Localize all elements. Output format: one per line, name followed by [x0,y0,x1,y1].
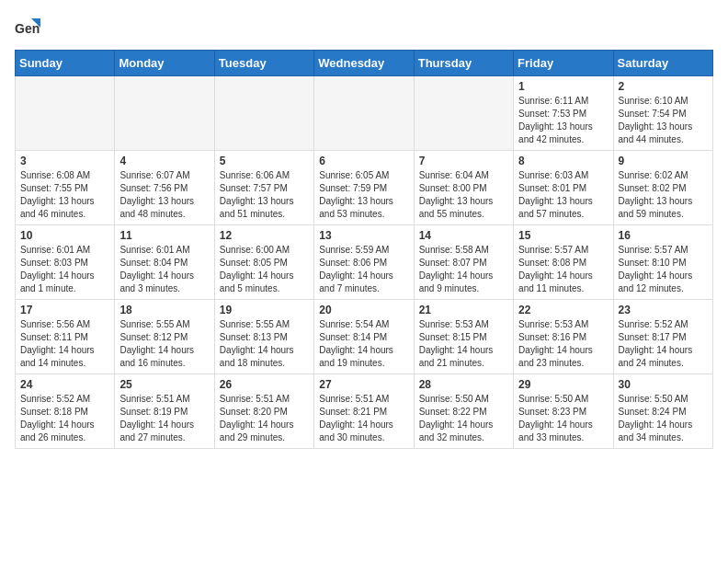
day-info: Sunrise: 5:57 AM Sunset: 8:10 PM Dayligh… [619,244,708,295]
calendar-table: SundayMondayTuesdayWednesdayThursdayFrid… [15,50,713,449]
day-number: 14 [419,229,508,242]
day-info: Sunrise: 6:01 AM Sunset: 8:03 PM Dayligh… [20,244,109,295]
calendar-cell [414,76,513,151]
day-info: Sunrise: 6:06 AM Sunset: 7:57 PM Dayligh… [220,169,309,221]
day-number: 8 [518,155,608,167]
day-number: 9 [619,155,708,167]
day-number: 12 [220,229,309,242]
day-number: 15 [518,229,608,242]
calendar-cell: 17Sunrise: 5:56 AM Sunset: 8:11 PM Dayli… [16,300,115,374]
day-number: 11 [119,229,209,242]
calendar-cell: 19Sunrise: 5:55 AM Sunset: 8:13 PM Dayli… [214,300,313,374]
calendar-cell: 2Sunrise: 6:10 AM Sunset: 7:54 PM Daylig… [613,76,712,151]
day-number: 5 [220,155,309,167]
day-info: Sunrise: 6:00 AM Sunset: 8:05 PM Dayligh… [220,244,309,295]
day-info: Sunrise: 5:57 AM Sunset: 8:08 PM Dayligh… [518,244,608,295]
day-number: 10 [20,229,109,242]
day-info: Sunrise: 5:50 AM Sunset: 8:22 PM Dayligh… [419,393,508,444]
calendar-cell: 16Sunrise: 5:57 AM Sunset: 8:10 PM Dayli… [613,225,712,300]
day-info: Sunrise: 6:11 AM Sunset: 7:53 PM Dayligh… [518,95,608,146]
col-header-wednesday: Wednesday [314,51,414,76]
calendar-cell: 20Sunrise: 5:54 AM Sunset: 8:14 PM Dayli… [314,300,414,374]
logo: Gen [15,15,44,40]
day-info: Sunrise: 6:08 AM Sunset: 7:55 PM Dayligh… [20,169,109,221]
calendar-cell: 14Sunrise: 5:58 AM Sunset: 8:07 PM Dayli… [414,225,513,300]
svg-text:Gen: Gen [15,21,40,36]
day-info: Sunrise: 5:51 AM Sunset: 8:21 PM Dayligh… [319,393,408,444]
day-number: 25 [119,378,209,391]
day-info: Sunrise: 6:03 AM Sunset: 8:01 PM Dayligh… [518,169,608,221]
calendar-week-4: 24Sunrise: 5:52 AM Sunset: 8:18 PM Dayli… [16,374,713,449]
calendar-cell: 6Sunrise: 6:05 AM Sunset: 7:59 PM Daylig… [314,151,414,225]
day-number: 18 [119,304,209,316]
calendar-cell: 29Sunrise: 5:50 AM Sunset: 8:23 PM Dayli… [514,374,613,449]
day-info: Sunrise: 5:56 AM Sunset: 8:11 PM Dayligh… [20,318,109,370]
day-info: Sunrise: 5:50 AM Sunset: 8:23 PM Dayligh… [518,393,608,444]
day-number: 21 [419,304,508,316]
day-number: 26 [220,378,309,391]
day-info: Sunrise: 6:05 AM Sunset: 7:59 PM Dayligh… [319,169,408,221]
day-number: 22 [518,304,608,316]
calendar-week-1: 3Sunrise: 6:08 AM Sunset: 7:55 PM Daylig… [16,151,713,225]
calendar-cell: 7Sunrise: 6:04 AM Sunset: 8:00 PM Daylig… [414,151,513,225]
day-info: Sunrise: 5:50 AM Sunset: 8:24 PM Dayligh… [619,393,708,444]
page-header: Gen [15,15,713,40]
calendar-cell: 28Sunrise: 5:50 AM Sunset: 8:22 PM Dayli… [414,374,513,449]
day-number: 3 [20,155,109,167]
day-number: 7 [419,155,508,167]
col-header-monday: Monday [115,51,214,76]
day-number: 27 [319,378,408,391]
col-header-thursday: Thursday [414,51,513,76]
calendar-cell: 26Sunrise: 5:51 AM Sunset: 8:20 PM Dayli… [214,374,313,449]
calendar-cell: 1Sunrise: 6:11 AM Sunset: 7:53 PM Daylig… [514,76,613,151]
day-info: Sunrise: 6:04 AM Sunset: 8:00 PM Dayligh… [419,169,508,221]
day-info: Sunrise: 5:53 AM Sunset: 8:15 PM Dayligh… [419,318,508,370]
day-info: Sunrise: 6:10 AM Sunset: 7:54 PM Dayligh… [619,95,708,146]
col-header-saturday: Saturday [613,51,712,76]
day-number: 16 [619,229,708,242]
calendar-cell: 8Sunrise: 6:03 AM Sunset: 8:01 PM Daylig… [514,151,613,225]
day-number: 28 [419,378,508,391]
calendar-week-2: 10Sunrise: 6:01 AM Sunset: 8:03 PM Dayli… [16,225,713,300]
day-number: 17 [20,304,109,316]
calendar-header-row: SundayMondayTuesdayWednesdayThursdayFrid… [16,51,713,76]
day-number: 6 [319,155,408,167]
calendar-cell: 9Sunrise: 6:02 AM Sunset: 8:02 PM Daylig… [613,151,712,225]
day-number: 1 [518,80,608,93]
calendar-cell: 18Sunrise: 5:55 AM Sunset: 8:12 PM Dayli… [115,300,214,374]
day-info: Sunrise: 6:01 AM Sunset: 8:04 PM Dayligh… [119,244,209,295]
calendar-cell: 24Sunrise: 5:52 AM Sunset: 8:18 PM Dayli… [16,374,115,449]
day-info: Sunrise: 5:51 AM Sunset: 8:20 PM Dayligh… [220,393,309,444]
day-number: 2 [619,80,708,93]
day-info: Sunrise: 5:52 AM Sunset: 8:18 PM Dayligh… [20,393,109,444]
calendar-cell: 30Sunrise: 5:50 AM Sunset: 8:24 PM Dayli… [613,374,712,449]
calendar-cell: 27Sunrise: 5:51 AM Sunset: 8:21 PM Dayli… [314,374,414,449]
day-info: Sunrise: 5:58 AM Sunset: 8:07 PM Dayligh… [419,244,508,295]
calendar-cell: 3Sunrise: 6:08 AM Sunset: 7:55 PM Daylig… [16,151,115,225]
day-info: Sunrise: 5:55 AM Sunset: 8:12 PM Dayligh… [119,318,209,370]
day-info: Sunrise: 5:54 AM Sunset: 8:14 PM Dayligh… [319,318,408,370]
day-info: Sunrise: 5:51 AM Sunset: 8:19 PM Dayligh… [119,393,209,444]
calendar-cell: 25Sunrise: 5:51 AM Sunset: 8:19 PM Dayli… [115,374,214,449]
calendar-cell: 10Sunrise: 6:01 AM Sunset: 8:03 PM Dayli… [16,225,115,300]
calendar-cell [16,76,115,151]
day-info: Sunrise: 6:02 AM Sunset: 8:02 PM Dayligh… [619,169,708,221]
day-number: 30 [619,378,708,391]
calendar-cell: 12Sunrise: 6:00 AM Sunset: 8:05 PM Dayli… [214,225,313,300]
day-number: 13 [319,229,408,242]
day-number: 23 [619,304,708,316]
calendar-cell [115,76,214,151]
col-header-tuesday: Tuesday [214,51,313,76]
calendar-cell: 22Sunrise: 5:53 AM Sunset: 8:16 PM Dayli… [514,300,613,374]
calendar-cell: 21Sunrise: 5:53 AM Sunset: 8:15 PM Dayli… [414,300,513,374]
day-info: Sunrise: 5:59 AM Sunset: 8:06 PM Dayligh… [319,244,408,295]
calendar-cell: 13Sunrise: 5:59 AM Sunset: 8:06 PM Dayli… [314,225,414,300]
day-info: Sunrise: 6:07 AM Sunset: 7:56 PM Dayligh… [119,169,209,221]
col-header-sunday: Sunday [16,51,115,76]
calendar-cell: 11Sunrise: 6:01 AM Sunset: 8:04 PM Dayli… [115,225,214,300]
calendar-cell: 23Sunrise: 5:52 AM Sunset: 8:17 PM Dayli… [613,300,712,374]
day-number: 19 [220,304,309,316]
day-number: 4 [119,155,209,167]
day-info: Sunrise: 5:53 AM Sunset: 8:16 PM Dayligh… [518,318,608,370]
calendar-cell: 4Sunrise: 6:07 AM Sunset: 7:56 PM Daylig… [115,151,214,225]
